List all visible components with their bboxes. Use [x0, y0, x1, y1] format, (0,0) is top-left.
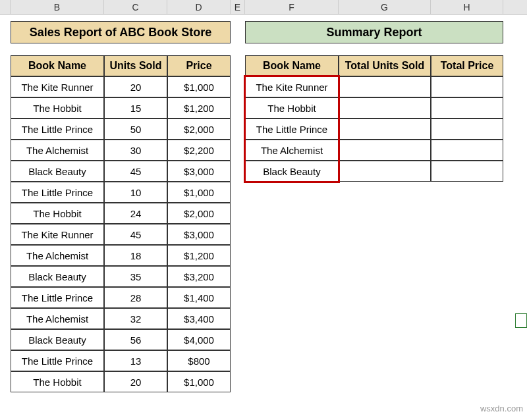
summary-title[interactable]: Summary Report	[245, 21, 503, 43]
summary-cell-book[interactable]: The Little Prince	[245, 118, 339, 140]
sales-cell-price[interactable]: $4,000	[167, 329, 231, 350]
sales-cell-units[interactable]: 30	[104, 140, 167, 161]
sales-cell-price[interactable]: $1,000	[167, 182, 231, 203]
sales-cell-units[interactable]: 18	[104, 245, 167, 266]
summary-cell-book[interactable]: Black Beauty	[245, 161, 339, 182]
sales-cell-book[interactable]: The Kite Runner	[11, 76, 104, 97]
summary-cell-units[interactable]	[339, 140, 431, 161]
col-header-c[interactable]: C	[104, 0, 167, 14]
sales-cell-units[interactable]: 32	[104, 308, 167, 329]
summary-cell-units[interactable]	[339, 118, 431, 140]
col-header-b[interactable]: B	[11, 0, 104, 14]
sales-cell-price[interactable]: $3,000	[167, 224, 231, 245]
sales-cell-units[interactable]: 10	[104, 182, 167, 203]
sales-cell-book[interactable]: The Little Prince	[11, 350, 104, 371]
sales-cell-price[interactable]: $2,000	[167, 203, 231, 224]
col-header-e[interactable]: E	[231, 0, 245, 14]
summary-header-price[interactable]: Total Price	[431, 55, 503, 76]
sales-header-price[interactable]: Price	[167, 55, 231, 76]
summary-cell-book[interactable]: The Alchemist	[245, 140, 339, 161]
selection-edge-indicator	[515, 313, 527, 328]
sales-cell-price[interactable]: $2,200	[167, 140, 231, 161]
sales-cell-units[interactable]: 28	[104, 287, 167, 308]
sales-cell-price[interactable]: $1,200	[167, 97, 231, 118]
sales-cell-units[interactable]: 20	[104, 76, 167, 97]
sales-title[interactable]: Sales Report of ABC Book Store	[11, 21, 231, 43]
sales-cell-price[interactable]: $3,400	[167, 308, 231, 329]
summary-cell-units[interactable]	[339, 97, 431, 118]
sales-cell-book[interactable]: The Little Prince	[11, 182, 104, 203]
sales-cell-units[interactable]: 24	[104, 203, 167, 224]
sales-cell-units[interactable]: 20	[104, 371, 167, 392]
summary-cell-units[interactable]	[339, 161, 431, 182]
watermark-text: wsxdn.com	[480, 404, 523, 413]
sales-cell-book[interactable]: Black Beauty	[11, 266, 104, 287]
col-header-g[interactable]: G	[339, 0, 431, 14]
sales-cell-price[interactable]: $1,200	[167, 245, 231, 266]
sales-cell-price[interactable]: $800	[167, 350, 231, 371]
sales-cell-units[interactable]: 13	[104, 350, 167, 371]
summary-header-book[interactable]: Book Name	[245, 55, 339, 76]
summary-cell-price[interactable]	[431, 118, 503, 140]
col-header-d[interactable]: D	[167, 0, 231, 14]
sales-cell-book[interactable]: Black Beauty	[11, 161, 104, 182]
sales-cell-units[interactable]: 15	[104, 97, 167, 118]
sales-cell-price[interactable]: $1,000	[167, 76, 231, 97]
sales-cell-price[interactable]: $2,000	[167, 118, 231, 140]
summary-cell-price[interactable]	[431, 161, 503, 182]
sales-header-units[interactable]: Units Sold	[104, 55, 167, 76]
sales-cell-book[interactable]: The Alchemist	[11, 308, 104, 329]
sales-cell-price[interactable]: $3,000	[167, 161, 231, 182]
column-headers-row: B C D E F G H	[0, 0, 527, 14]
sales-header-book[interactable]: Book Name	[11, 55, 104, 76]
summary-cell-price[interactable]	[431, 76, 503, 97]
sales-cell-book[interactable]: The Alchemist	[11, 140, 104, 161]
sales-cell-book[interactable]: Black Beauty	[11, 329, 104, 350]
sales-cell-book[interactable]: The Alchemist	[11, 245, 104, 266]
sales-cell-book[interactable]: The Hobbit	[11, 97, 104, 118]
sales-cell-book[interactable]: The Little Prince	[11, 118, 104, 140]
sales-cell-book[interactable]: The Hobbit	[11, 203, 104, 224]
summary-cell-book[interactable]: The Hobbit	[245, 97, 339, 118]
sales-cell-price[interactable]: $3,200	[167, 266, 231, 287]
sales-cell-units[interactable]: 56	[104, 329, 167, 350]
sales-cell-units[interactable]: 50	[104, 118, 167, 140]
sales-cell-units[interactable]: 35	[104, 266, 167, 287]
sales-cell-units[interactable]: 45	[104, 224, 167, 245]
sales-cell-book[interactable]: The Hobbit	[11, 371, 104, 392]
sales-cell-units[interactable]: 45	[104, 161, 167, 182]
col-header-a[interactable]	[0, 0, 11, 14]
sales-cell-book[interactable]: The Kite Runner	[11, 224, 104, 245]
summary-cell-price[interactable]	[431, 97, 503, 118]
sales-cell-price[interactable]: $1,000	[167, 371, 231, 392]
summary-header-units[interactable]: Total Units Sold	[339, 55, 431, 76]
sales-cell-price[interactable]: $1,400	[167, 287, 231, 308]
summary-cell-book[interactable]: The Kite Runner	[245, 76, 339, 97]
col-header-f[interactable]: F	[245, 0, 339, 14]
sales-cell-book[interactable]: The Little Prince	[11, 287, 104, 308]
summary-cell-units[interactable]	[339, 76, 431, 97]
summary-cell-price[interactable]	[431, 140, 503, 161]
col-header-h[interactable]: H	[431, 0, 503, 14]
